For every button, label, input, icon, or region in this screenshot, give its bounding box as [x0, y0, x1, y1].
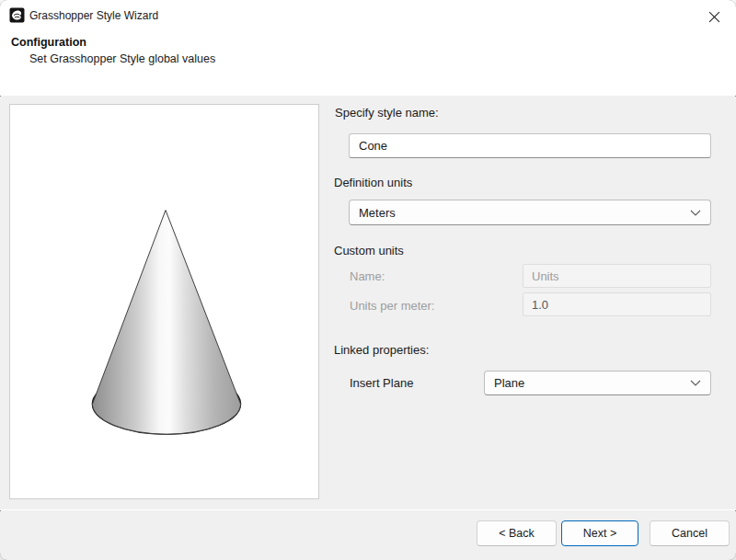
style-name-label: Specify style name:	[335, 105, 439, 120]
style-name-input[interactable]	[349, 133, 711, 158]
custom-units-name-label: Name:	[350, 269, 385, 284]
custom-units-section-label: Custom units	[334, 243, 404, 258]
chevron-down-icon	[690, 380, 701, 386]
grasshopper-app-icon	[9, 7, 25, 23]
footer-divider	[0, 509, 736, 510]
next-button[interactable]: Next >	[561, 520, 638, 546]
definition-units-select[interactable]: Meters	[349, 200, 711, 225]
header-divider	[0, 95, 736, 96]
definition-units-value: Meters	[359, 206, 396, 220]
insert-plane-select[interactable]: Plane	[484, 371, 711, 395]
definition-units-label: Definition units	[334, 175, 412, 190]
cancel-button[interactable]: Cancel	[650, 520, 730, 546]
units-per-meter-input	[523, 292, 711, 316]
style-preview-panel	[9, 104, 319, 499]
insert-plane-label: Insert Plane	[350, 375, 413, 391]
grasshopper-style-wizard-window: Grasshopper Style Wizard Configuration S…	[0, 0, 736, 560]
units-per-meter-label: Units per meter:	[350, 298, 434, 314]
close-button[interactable]	[698, 5, 730, 29]
cone-3d-image	[10, 105, 318, 498]
back-button[interactable]: < Back	[477, 520, 557, 546]
window-title: Grasshopper Style Wizard	[29, 9, 158, 23]
insert-plane-value: Plane	[494, 376, 524, 390]
close-icon	[708, 11, 720, 23]
custom-units-name-input	[523, 264, 711, 288]
page-subtitle: Set Grasshopper Style global values	[29, 52, 215, 65]
chevron-down-icon	[690, 210, 701, 216]
linked-properties-section-label: Linked properties:	[334, 342, 429, 358]
page-title: Configuration	[11, 36, 86, 49]
